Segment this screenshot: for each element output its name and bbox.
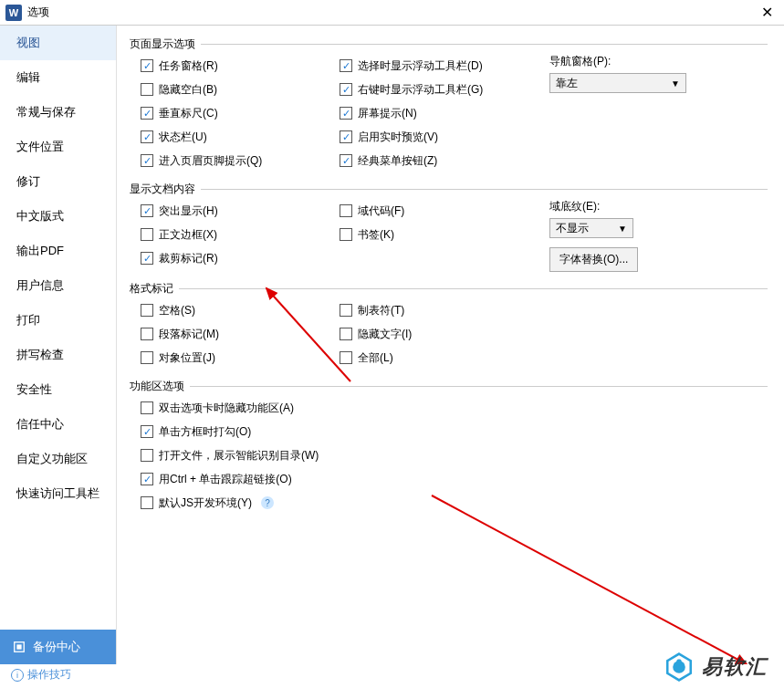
field-shading-combo[interactable]: 不显示 ▼ [549, 218, 633, 238]
checkbox-icon [141, 401, 153, 414]
checkbox-icon [340, 204, 352, 217]
backup-label: 备份中心 [33, 639, 80, 655]
checkbox-label: 突出显示(H) [159, 203, 218, 219]
font-substitution-button[interactable]: 字体替换(O)... [549, 247, 638, 272]
checkbox-label: 进入页眉页脚提示(Q) [159, 153, 262, 169]
checkbox-option[interactable]: 启用实时预览(V) [340, 125, 549, 149]
checkbox-option[interactable]: 任务窗格(R) [141, 54, 340, 78]
checkbox-option[interactable]: 用Ctrl + 单击跟踪超链接(O) [141, 467, 549, 491]
checkbox-icon [141, 107, 153, 120]
nav-pane-combo[interactable]: 靠左 ▼ [549, 73, 686, 93]
svg-rect-5 [676, 660, 681, 666]
sidebar-item[interactable]: 打印 [0, 303, 116, 338]
sidebar-item[interactable]: 拼写检查 [0, 338, 116, 372]
annotation-arrow [427, 491, 756, 664]
checkbox-label: 域代码(F) [358, 203, 404, 219]
checkbox-option[interactable]: 正文边框(X) [141, 223, 340, 246]
checkbox-option[interactable]: 进入页眉页脚提示(Q) [141, 149, 340, 172]
brand-watermark: 易软汇 [664, 652, 768, 683]
checkbox-icon [141, 496, 153, 509]
checkbox-icon [141, 449, 153, 462]
legend-doc-content: 显示文档内容 [130, 182, 201, 197]
section-format-marks: 格式标记 空格(S)段落标记(M)对象位置(J) 制表符(T)隐藏文字(I)全部… [130, 281, 768, 370]
sidebar-item[interactable]: 自定义功能区 [0, 442, 116, 476]
checkbox-option[interactable]: 垂直标尺(C) [141, 101, 340, 125]
checkbox-option[interactable]: 隐藏空白(B) [141, 78, 340, 101]
section-doc-content: 显示文档内容 突出显示(H)正文边框(X)裁剪标记(R) 域代码(F)书签(K)… [130, 182, 768, 272]
checkbox-option[interactable]: 突出显示(H) [141, 199, 340, 223]
checkbox-icon [141, 154, 153, 167]
sidebar-item[interactable]: 信任中心 [0, 407, 116, 442]
checkbox-label: 任务窗格(R) [159, 58, 218, 74]
svg-line-3 [432, 495, 747, 664]
checkbox-option[interactable]: 隐藏文字(I) [340, 322, 549, 346]
checkbox-label: 单击方框时打勾(O) [159, 424, 251, 440]
legend-format-marks: 格式标记 [130, 281, 179, 297]
checkbox-label: 书签(K) [358, 227, 394, 243]
checkbox-option[interactable]: 右键时显示浮动工具栏(G) [340, 78, 549, 101]
chevron-down-icon: ▼ [671, 78, 680, 89]
checkbox-icon [141, 83, 153, 96]
checkbox-option[interactable]: 对象位置(J) [141, 346, 340, 370]
checkbox-icon [141, 130, 153, 143]
checkbox-label: 右键时显示浮动工具栏(G) [358, 82, 483, 98]
checkbox-option[interactable]: 屏幕提示(N) [340, 101, 549, 125]
checkbox-option[interactable]: 状态栏(U) [141, 125, 340, 149]
checkbox-option[interactable]: 经典菜单按钮(Z) [340, 149, 549, 172]
sidebar-item[interactable]: 中文版式 [0, 199, 116, 234]
nav-pane-value: 靠左 [556, 76, 578, 91]
checkbox-label: 状态栏(U) [159, 130, 207, 145]
sidebar-item[interactable]: 常规与保存 [0, 95, 116, 130]
checkbox-icon [141, 328, 153, 340]
checkbox-label: 隐藏空白(B) [159, 82, 217, 98]
checkbox-icon [340, 59, 352, 72]
checkbox-icon [340, 228, 352, 241]
checkbox-option[interactable]: 选择时显示浮动工具栏(D) [340, 54, 549, 78]
field-shading-label: 域底纹(E): [549, 199, 768, 214]
sidebar-item[interactable]: 用户信息 [0, 268, 116, 303]
checkbox-option[interactable]: 默认JS开发环境(Y)? [141, 491, 549, 515]
checkbox-option[interactable]: 段落标记(M) [141, 322, 340, 346]
tips-link[interactable]: i 操作技巧 [11, 667, 71, 683]
sidebar-item[interactable]: 视图 [0, 26, 116, 60]
checkbox-option[interactable]: 制表符(T) [340, 298, 549, 322]
checkbox-option[interactable]: 打开文件，展示智能识别目录(W) [141, 443, 549, 467]
checkbox-option[interactable]: 双击选项卡时隐藏功能区(A) [141, 396, 549, 420]
checkbox-label: 垂直标尺(C) [159, 106, 218, 121]
sidebar-item[interactable]: 快速访问工具栏 [0, 476, 116, 511]
sidebar-item[interactable]: 编辑 [0, 60, 116, 95]
checkbox-icon [340, 304, 352, 317]
checkbox-label: 经典菜单按钮(Z) [358, 153, 437, 169]
svg-rect-1 [16, 644, 21, 649]
checkbox-label: 选择时显示浮动工具栏(D) [358, 58, 483, 74]
checkbox-label: 空格(S) [159, 303, 195, 318]
sidebar-item[interactable]: 修订 [0, 164, 116, 199]
backup-center-button[interactable]: 备份中心 [0, 630, 116, 664]
checkbox-icon [141, 304, 153, 317]
close-button[interactable]: ✕ [755, 1, 779, 25]
main-panel: 页面显示选项 任务窗格(R)隐藏空白(B)垂直标尺(C)状态栏(U)进入页眉页脚… [117, 26, 784, 664]
checkbox-icon [141, 252, 153, 265]
checkbox-option[interactable]: 裁剪标记(R) [141, 246, 340, 270]
checkbox-label: 隐藏文字(I) [358, 327, 412, 342]
sidebar-item[interactable]: 安全性 [0, 372, 116, 407]
checkbox-label: 全部(L) [358, 350, 393, 366]
checkbox-label: 双击选项卡时隐藏功能区(A) [159, 401, 294, 416]
checkbox-icon [340, 83, 352, 96]
checkbox-option[interactable]: 域代码(F) [340, 199, 549, 223]
section-page-display: 页面显示选项 任务窗格(R)隐藏空白(B)垂直标尺(C)状态栏(U)进入页眉页脚… [130, 36, 768, 172]
checkbox-icon [340, 154, 352, 167]
backup-icon [13, 641, 26, 653]
checkbox-label: 用Ctrl + 单击跟踪超链接(O) [159, 472, 292, 487]
checkbox-option[interactable]: 单击方框时打勾(O) [141, 420, 549, 443]
sidebar-item[interactable]: 输出PDF [0, 234, 116, 268]
checkbox-option[interactable]: 空格(S) [141, 298, 340, 322]
checkbox-option[interactable]: 全部(L) [340, 346, 549, 370]
checkbox-label: 默认JS开发环境(Y) [159, 495, 252, 511]
checkbox-option[interactable]: 书签(K) [340, 223, 549, 246]
checkbox-icon [141, 204, 153, 217]
sidebar-item[interactable]: 文件位置 [0, 130, 116, 164]
checkbox-label: 打开文件，展示智能识别目录(W) [159, 448, 319, 464]
checkbox-icon [340, 351, 352, 364]
help-icon[interactable]: ? [261, 496, 274, 509]
